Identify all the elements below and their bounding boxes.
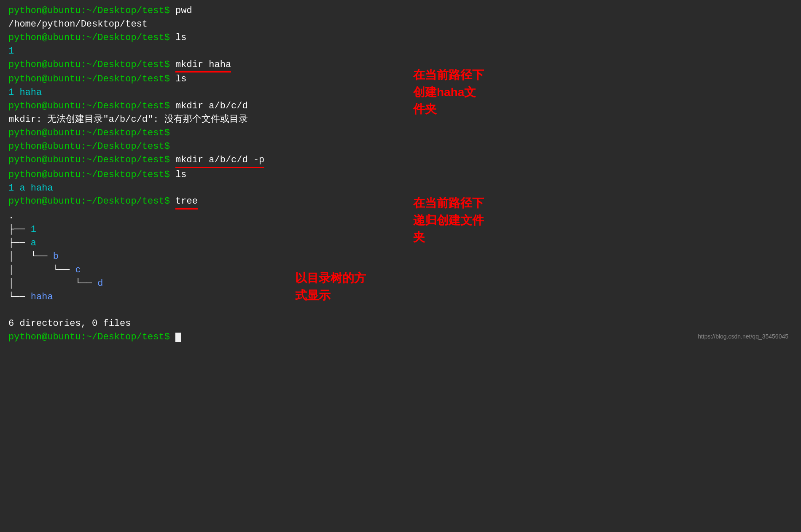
tree-output: . ├── 1 ├── a │ └── b │ └── c │ └── d └─… [8, 210, 793, 304]
terminal-line-12: python@ubuntu:~/Desktop/test$ mkdir a/b/… [8, 153, 793, 168]
terminal-line-13: python@ubuntu:~/Desktop/test$ ls [8, 168, 793, 182]
terminal-line-14: 1 a haha [8, 182, 793, 195]
terminal-line-8: python@ubuntu:~/Desktop/test$ mkdir a/b/… [8, 99, 793, 113]
cmd-final [170, 332, 175, 342]
terminal-line-4: 1 [8, 45, 793, 58]
cmd-mkdir-haha: mkdir haha [170, 59, 231, 70]
tree-dot: . [8, 210, 793, 223]
cmd-1: pwd [170, 5, 192, 16]
prompt-final: python@ubuntu:~/Desktop/test$ [8, 332, 170, 342]
terminal-line-15: python@ubuntu:~/Desktop/test$ tree [8, 195, 793, 210]
cmd-ls3: ls [170, 169, 187, 180]
terminal-line-3: python@ubuntu:~/Desktop/test$ ls [8, 31, 793, 45]
prompt-6: python@ubuntu:~/Desktop/test$ [8, 74, 170, 84]
tree-item-c: │ └── c [8, 263, 793, 277]
cursor [175, 333, 181, 342]
terminal-line-dirs: 6 directories, 0 files [8, 317, 793, 330]
terminal-line-2: /home/python/Desktop/test [8, 18, 793, 31]
terminal-line-9: mkdir: 无法创建目录"a/b/c/d": 没有那个文件或目录 [8, 113, 793, 126]
terminal-line-7: 1 haha [8, 86, 793, 99]
terminal-line-6: python@ubuntu:~/Desktop/test$ ls [8, 73, 793, 86]
watermark: https://blog.csdn.net/qq_35456045 [698, 332, 788, 341]
cmd-mkdir-abcd: mkdir a/b/c/d [170, 101, 248, 111]
annotation-mkdir-haha: 在当前路径下创建haha文件夹 [413, 67, 484, 118]
terminal-line-1: python@ubuntu:~/Desktop/test$ pwd [8, 4, 793, 18]
output-ls2: 1 haha [8, 87, 42, 98]
terminal-line-11: python@ubuntu:~/Desktop/test$ [8, 140, 793, 153]
tree-item-d: │ └── d [8, 277, 793, 290]
cmd-ls1: ls [170, 32, 187, 43]
output-ls1: 1 [8, 46, 14, 56]
prompt-8: python@ubuntu:~/Desktop/test$ [8, 101, 170, 111]
cmd-mkdir-p: mkdir a/b/c/d -p [170, 155, 264, 165]
prompt-15: python@ubuntu:~/Desktop/test$ [8, 196, 170, 207]
tree-item-haha: └── haha [8, 290, 793, 304]
prompt-12: python@ubuntu:~/Desktop/test$ [8, 155, 170, 165]
prompt-5: python@ubuntu:~/Desktop/test$ [8, 59, 170, 70]
tree-item-a: ├── a [8, 236, 793, 250]
terminal: python@ubuntu:~/Desktop/test$ pwd /home/… [8, 4, 793, 344]
blank-line [8, 304, 793, 317]
annotation-tree: 以目录树的方式显示 [295, 270, 366, 304]
output-path: /home/python/Desktop/test [8, 19, 148, 30]
error-output: mkdir: 无法创建目录"a/b/c/d": 没有那个文件或目录 [8, 114, 248, 125]
terminal-line-10: python@ubuntu:~/Desktop/test$ [8, 126, 793, 140]
prompt-3: python@ubuntu:~/Desktop/test$ [8, 32, 170, 43]
cmd-ls2: ls [170, 74, 187, 84]
prompt-13: python@ubuntu:~/Desktop/test$ [8, 169, 170, 180]
output-ls3: 1 a haha [8, 183, 53, 193]
prompt-1: python@ubuntu:~/Desktop/test$ [8, 5, 170, 16]
tree-item-1: ├── 1 [8, 223, 793, 236]
prompt-11: python@ubuntu:~/Desktop/test$ [8, 141, 170, 152]
annotation-mkdir-p: 在当前路径下递归创建文件夹 [413, 195, 484, 246]
cmd-tree: tree [170, 196, 198, 207]
terminal-line-final: python@ubuntu:~/Desktop/test$ [8, 330, 793, 344]
output-dirs: 6 directories, 0 files [8, 318, 131, 329]
prompt-10: python@ubuntu:~/Desktop/test$ [8, 128, 170, 138]
terminal-line-5: python@ubuntu:~/Desktop/test$ mkdir haha [8, 58, 793, 73]
tree-item-b: │ └── b [8, 250, 793, 263]
